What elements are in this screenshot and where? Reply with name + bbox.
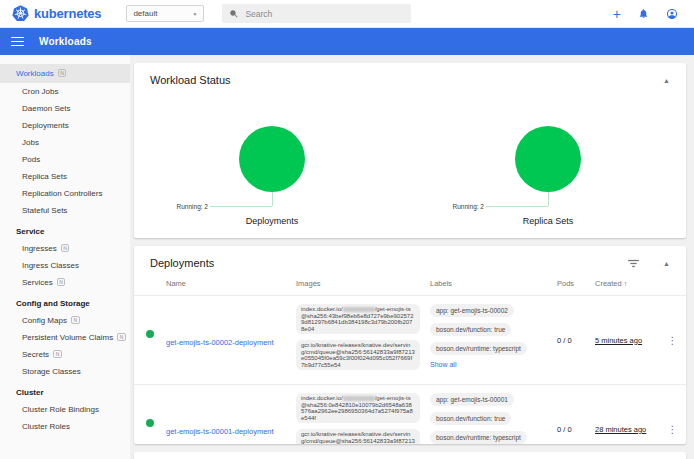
notifications-button[interactable]: [638, 8, 649, 19]
table-row: get-emojis-ts-00002-deployment index.doc…: [134, 295, 686, 384]
column-header-images[interactable]: Images: [296, 279, 430, 288]
namespaced-badge: N: [57, 278, 66, 286]
sidebar-item-stateful-sets[interactable]: Stateful Sets: [0, 202, 130, 219]
collapse-card-button[interactable]: ▲: [663, 77, 670, 84]
created-timestamp: 5 minutes ago: [595, 336, 659, 345]
kubernetes-logo[interactable]: kubernetes: [0, 5, 101, 22]
sidebar-item-services[interactable]: ServicesN: [0, 274, 130, 291]
show-all-link[interactable]: Show all: [430, 361, 557, 368]
sidebar-item-label: Services: [22, 278, 53, 287]
sidebar-item-jobs[interactable]: Jobs: [0, 134, 130, 151]
workload-status-charts: Running: 2 Deployments Running: 2 Replic…: [134, 126, 686, 226]
pods-count: 0 / 0: [557, 336, 595, 345]
sidebar-section-config-and-storage: Config and Storage: [0, 296, 130, 312]
column-header-label: Created: [595, 279, 622, 288]
main-panel: Workload Status ▲ Running: 2 Deployments…: [130, 55, 694, 459]
image-chip: gcr.io/knative-releases/knative.dev/serv…: [296, 429, 420, 444]
kubernetes-helm-icon: [12, 5, 29, 22]
search-bar[interactable]: [222, 4, 411, 23]
sidebar-item-ingresses[interactable]: IngressesN: [0, 240, 130, 257]
sidebar-item-replica-sets[interactable]: Replica Sets: [0, 168, 130, 185]
pie-annotation: Running: 2: [453, 203, 484, 210]
deployment-name-link[interactable]: get-emojis-ts-00001-deployment: [166, 427, 274, 436]
brand-title: kubernetes: [34, 6, 101, 21]
topbar-actions: +: [613, 8, 694, 20]
sort-ascending-icon: ↑: [624, 280, 628, 287]
deployments-title: Deployments: [150, 257, 214, 269]
redacted-text: [343, 307, 375, 312]
namespaced-badge: N: [71, 316, 80, 324]
sidebar-item-storage-classes[interactable]: Storage Classes: [0, 363, 130, 380]
namespaced-badge: N: [61, 244, 70, 252]
collapse-card-button[interactable]: ▲: [663, 260, 670, 267]
chart-title: Deployments: [134, 216, 410, 226]
user-menu-button[interactable]: [666, 8, 678, 20]
search-icon: [229, 9, 239, 19]
sidebar-item-cron-jobs[interactable]: Cron Jobs: [0, 83, 130, 100]
image-text: index.docker.io/: [301, 395, 343, 401]
sidebar-item-workloads[interactable]: WorkloadsN: [0, 64, 130, 83]
create-resource-button[interactable]: +: [613, 8, 621, 20]
top-bar: kubernetes default ▼ +: [0, 0, 694, 28]
namespaced-badge: N: [117, 333, 126, 341]
sidebar-item-label: Ingresses: [22, 244, 57, 253]
sidebar-item-persistent-volume-claims[interactable]: Persistent Volume ClaimsN: [0, 329, 130, 346]
filter-icon[interactable]: [628, 259, 639, 268]
column-header-labels: Labels: [430, 279, 557, 288]
content-area: WorkloadsN Cron Jobs Daemon Sets Deploym…: [0, 55, 694, 459]
sidebar-item-label: Workloads: [16, 69, 54, 78]
label-chip: boson.dev/function: true: [430, 412, 511, 425]
plus-icon: +: [613, 8, 621, 20]
sidebar-item-label: Config Maps: [22, 316, 67, 325]
row-menu-button[interactable]: ⋮: [659, 424, 686, 435]
namespace-selector[interactable]: default ▼: [126, 5, 204, 22]
sidebar-item-cluster-role-bindings[interactable]: Cluster Role Bindings: [0, 401, 130, 418]
sidebar-item-deployments[interactable]: Deployments: [0, 117, 130, 134]
sidebar-item-cluster-roles[interactable]: Cluster Roles: [0, 418, 130, 435]
deployments-pie-chart: Running: 2 Deployments: [134, 126, 410, 226]
sidebar-item-ingress-classes[interactable]: Ingress Classes: [0, 257, 130, 274]
workload-status-header: Workload Status ▲: [134, 63, 686, 91]
next-card-partial: [134, 452, 686, 459]
deployments-card: Deployments ▲ Name Images Label: [134, 246, 686, 444]
sidebar-section-cluster: Cluster: [0, 385, 130, 401]
search-input[interactable]: [245, 9, 395, 19]
pie-slice-running: [239, 126, 305, 192]
pods-count: 0 / 0: [557, 425, 595, 434]
status-ok-icon: [146, 419, 154, 427]
column-header-name[interactable]: Name: [166, 279, 296, 288]
column-header-pods: Pods: [557, 279, 595, 288]
label-chip: app: get-emojis-ts-00002: [430, 304, 514, 317]
annotation-connector: [210, 206, 272, 207]
image-chip: index.docker.io//get-emojis-ts@sha256:0e…: [296, 393, 420, 423]
annotation-connector: [272, 192, 273, 206]
annotation-connector: [486, 206, 548, 207]
chart-title: Replica Sets: [410, 216, 686, 226]
sidebar-item-label: Persistent Volume Claims: [22, 333, 113, 342]
annotation-connector: [548, 192, 549, 206]
sidebar-item-pods[interactable]: Pods: [0, 151, 130, 168]
sidebar-item-secrets[interactable]: SecretsN: [0, 346, 130, 363]
sidebar-item-replication-controllers[interactable]: Replication Controllers: [0, 185, 130, 202]
deployment-name-link[interactable]: get-emojis-ts-00002-deployment: [166, 338, 274, 347]
replica-sets-pie-chart: Running: 2 Replica Sets: [410, 126, 686, 226]
pie-slice-running: [515, 126, 581, 192]
sidebar-item-daemon-sets[interactable]: Daemon Sets: [0, 100, 130, 117]
bell-icon: [638, 8, 649, 19]
label-chip: boson.dev/runtime: typescript: [430, 431, 527, 444]
deployments-header: Deployments ▲: [134, 246, 686, 274]
created-timestamp: 28 minutes ago: [595, 425, 659, 434]
workload-status-title: Workload Status: [150, 74, 231, 86]
namespaced-badge: N: [53, 350, 62, 358]
redacted-text: [343, 396, 375, 401]
table-header-row: Name Images Labels Pods Created ↑: [134, 274, 686, 295]
column-header-created[interactable]: Created ↑: [595, 279, 659, 288]
menu-toggle-button[interactable]: [11, 37, 24, 47]
image-chip: index.docker.io//get-emojis-ts@sha256:43…: [296, 304, 420, 334]
sidebar-item-config-maps[interactable]: Config MapsN: [0, 312, 130, 329]
sidebar-item-label: Secrets: [22, 350, 49, 359]
image-chip: gcr.io/knative-releases/knative.dev/serv…: [296, 340, 420, 370]
app-bar: Workloads: [0, 28, 694, 55]
label-chip: boson.dev/function: true: [430, 323, 511, 336]
row-menu-button[interactable]: ⋮: [659, 335, 686, 346]
